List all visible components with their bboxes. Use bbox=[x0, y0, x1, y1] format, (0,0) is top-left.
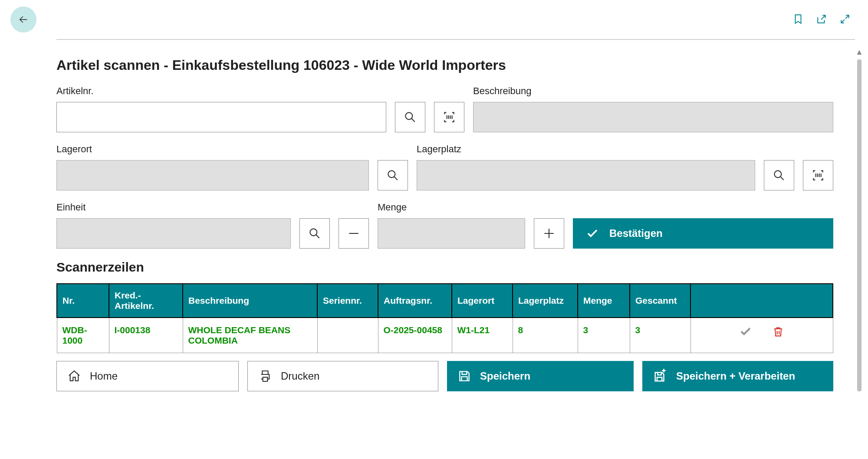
th-nr: Nr. bbox=[57, 284, 109, 318]
check-icon bbox=[739, 325, 752, 338]
confirm-label: Bestätigen bbox=[609, 227, 663, 239]
cell-auftragsnr: O-2025-00458 bbox=[378, 318, 452, 353]
confirm-button[interactable]: Bestätigen bbox=[573, 218, 833, 249]
th-lagerplatz: Lagerplatz bbox=[513, 284, 578, 318]
cell-menge: 3 bbox=[578, 318, 630, 353]
scroll-up-icon: ▲ bbox=[855, 48, 863, 57]
back-arrow-icon bbox=[17, 13, 30, 26]
scroll-thumb[interactable] bbox=[857, 59, 861, 391]
svg-point-0 bbox=[405, 112, 412, 119]
check-icon bbox=[586, 227, 599, 240]
save-icon bbox=[457, 369, 471, 383]
page-title: Artikel scannen - Einkaufsbestellung 106… bbox=[56, 57, 833, 73]
print-label: Drucken bbox=[281, 370, 319, 382]
label-einheit: Einheit bbox=[56, 202, 291, 213]
print-button[interactable]: Drucken bbox=[247, 361, 438, 391]
label-menge: Menge bbox=[378, 202, 525, 213]
input-einheit bbox=[56, 218, 291, 249]
cell-kred: I-000138 bbox=[109, 318, 183, 353]
barcode-icon bbox=[442, 110, 456, 124]
th-gescannt: Gescannt bbox=[630, 284, 690, 318]
scanner-table: Nr. Kred.-Artikelnr. Beschreibung Serien… bbox=[56, 283, 833, 353]
cell-nr: WDB-1000 bbox=[57, 318, 109, 353]
th-auftragsnr: Auftragsnr. bbox=[378, 284, 452, 318]
cell-actions bbox=[690, 318, 833, 353]
home-icon bbox=[67, 369, 81, 383]
search-artikelnr-button[interactable] bbox=[395, 102, 425, 132]
bookmark-icon[interactable] bbox=[792, 13, 804, 26]
save-button[interactable]: Speichern bbox=[447, 361, 634, 391]
save-process-button[interactable]: Speichern + Verarbeiten bbox=[642, 361, 833, 391]
label-lagerort: Lagerort bbox=[56, 144, 369, 155]
search-einheit-button[interactable] bbox=[299, 218, 330, 249]
input-lagerort bbox=[56, 160, 369, 190]
th-kred: Kred.-Artikelnr. bbox=[109, 284, 183, 318]
save-label: Speichern bbox=[480, 370, 530, 382]
th-beschreibung: Beschreibung bbox=[183, 284, 317, 318]
search-lagerort-button[interactable] bbox=[378, 160, 408, 190]
back-button[interactable] bbox=[10, 7, 36, 33]
label-beschreibung: Beschreibung bbox=[473, 85, 833, 97]
input-beschreibung bbox=[473, 102, 833, 132]
row-confirm-button[interactable] bbox=[739, 330, 755, 340]
barcode-artikelnr-button[interactable] bbox=[434, 102, 464, 132]
cell-lagerplatz: 8 bbox=[513, 318, 578, 353]
search-icon bbox=[386, 168, 400, 182]
th-lagerort: Lagerort bbox=[452, 284, 513, 318]
th-menge: Menge bbox=[578, 284, 630, 318]
home-button[interactable]: Home bbox=[56, 361, 239, 391]
th-seriennr: Seriennr. bbox=[317, 284, 378, 318]
scanner-lines-heading: Scannerzeilen bbox=[56, 260, 833, 275]
plus-button[interactable] bbox=[534, 218, 564, 249]
home-label: Home bbox=[90, 370, 118, 382]
svg-point-3 bbox=[310, 229, 317, 236]
plus-icon bbox=[542, 226, 556, 240]
scrollbar[interactable]: ▲ bbox=[855, 39, 868, 391]
row-delete-button[interactable] bbox=[772, 330, 784, 340]
trash-icon bbox=[772, 326, 784, 338]
top-actions bbox=[792, 13, 851, 26]
search-icon bbox=[308, 226, 322, 240]
share-icon[interactable] bbox=[816, 13, 827, 26]
barcode-lagerplatz-button[interactable] bbox=[803, 160, 833, 190]
label-lagerplatz: Lagerplatz bbox=[417, 144, 755, 155]
save-process-icon bbox=[653, 369, 667, 384]
svg-point-2 bbox=[774, 170, 781, 177]
print-icon bbox=[258, 369, 272, 383]
cell-gescannt: 3 bbox=[630, 318, 690, 353]
search-icon bbox=[772, 168, 786, 182]
th-actions bbox=[690, 284, 833, 318]
cell-lagerort: W1-L21 bbox=[452, 318, 513, 353]
input-menge bbox=[378, 218, 525, 249]
table-row[interactable]: WDB-1000 I-000138 WHOLE DECAF BEANS COLO… bbox=[57, 318, 833, 353]
svg-point-1 bbox=[388, 170, 395, 177]
input-lagerplatz bbox=[417, 160, 755, 190]
label-artikelnr: Artikelnr. bbox=[56, 85, 386, 97]
cell-seriennr bbox=[317, 318, 378, 353]
input-artikelnr[interactable] bbox=[56, 102, 386, 132]
search-icon bbox=[403, 110, 417, 124]
cell-beschreibung: WHOLE DECAF BEANS COLOMBIA bbox=[183, 318, 317, 353]
save-process-label: Speichern + Verarbeiten bbox=[676, 370, 795, 382]
minus-button[interactable] bbox=[339, 218, 369, 249]
minus-icon bbox=[347, 226, 361, 240]
barcode-icon bbox=[811, 168, 825, 182]
search-lagerplatz-button[interactable] bbox=[764, 160, 794, 190]
top-bar bbox=[0, 0, 868, 39]
expand-icon[interactable] bbox=[839, 13, 851, 26]
